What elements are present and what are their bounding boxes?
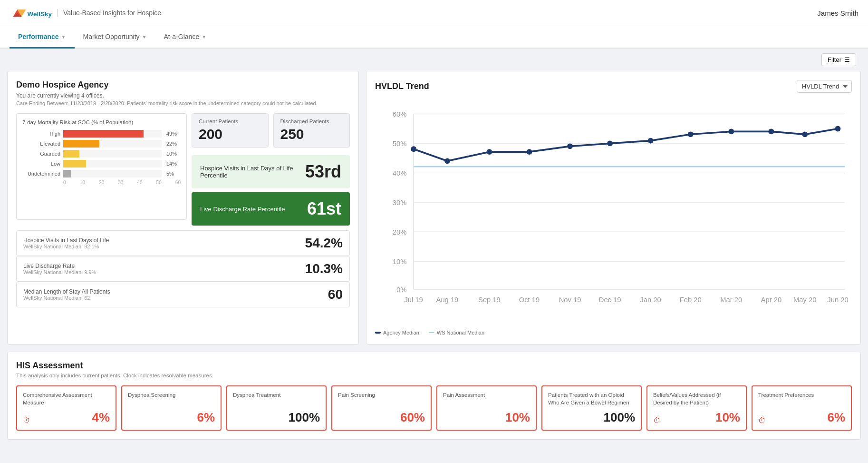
metric-rows-container: Hospice Visits in Last Days of Life Well… [16, 230, 350, 307]
bar-pct: 49% [166, 131, 181, 137]
mortality-chart-box: 7-day Mortality Risk at SOC (% of Popula… [16, 113, 187, 220]
svg-text:Apr 20: Apr 20 [761, 296, 781, 304]
svg-text:Mar 20: Mar 20 [720, 296, 742, 304]
metric-box: Hospice Visits in Last Days of Life Well… [16, 230, 350, 256]
nav-item-market-opportunity[interactable]: Market Opportunity ▼ [75, 26, 155, 49]
metric-box: Median Length of Stay All Patients WellS… [16, 282, 350, 307]
metric-label: Median Length of Stay All Patients [23, 288, 110, 295]
metric-label: Live Discharge Rate [23, 263, 96, 269]
his-card-value: 6% [827, 410, 845, 425]
chevron-down-icon: ▼ [202, 34, 206, 39]
his-card: Treatment Preferences ⏱ 6% [752, 385, 852, 431]
bar-fill [63, 140, 99, 148]
svg-point-42 [802, 131, 808, 137]
svg-text:Nov 19: Nov 19 [559, 296, 581, 304]
legend-agency-dot [375, 332, 381, 334]
chevron-down-icon: ▼ [142, 34, 147, 39]
svg-point-38 [648, 138, 654, 144]
legend-agency: Agency Median [375, 330, 419, 335]
bar-pct: 10% [166, 151, 181, 157]
his-card-bottom: 100% [233, 410, 320, 425]
ldr-percentile-value: 61st [307, 199, 341, 219]
svg-point-36 [567, 143, 573, 149]
his-card-bottom: 60% [338, 410, 425, 425]
bar-track [63, 170, 162, 177]
his-card: Beliefs/Values Addressed (if Desired by … [646, 385, 747, 431]
his-card-value: 4% [92, 410, 110, 425]
svg-text:40%: 40% [393, 169, 407, 177]
discharged-patients-value: 250 [280, 126, 343, 142]
his-card: Dyspnea Treatment 100% [226, 385, 327, 431]
his-card-bottom: 100% [548, 410, 635, 425]
svg-text:Sep 19: Sep 19 [478, 296, 501, 304]
svg-text:WellSky: WellSky [28, 10, 52, 17]
bar-label: Low [22, 161, 60, 167]
svg-point-32 [411, 146, 416, 152]
svg-text:Dec 19: Dec 19 [599, 296, 621, 304]
bar-pct: 14% [166, 161, 181, 167]
nav-item-performance[interactable]: Performance ▼ [10, 26, 75, 49]
mortality-bar-row: Low 14% [22, 160, 181, 167]
his-card: Comprehensive Assessment Measure ⏱ 4% [16, 385, 116, 431]
right-panel: HVLDL Trend HVLDL Trend 60% 50% 40% 30% … [366, 71, 861, 345]
svg-text:Feb 20: Feb 20 [680, 296, 702, 304]
current-patients-label: Current Patients [199, 118, 261, 124]
header: WellSky Value-Based Insights for Hospice… [0, 0, 868, 26]
bar-track [63, 130, 162, 138]
bar-pct: 22% [166, 141, 181, 147]
wellsky-logo: WellSky [10, 5, 52, 21]
bar-fill [63, 170, 71, 177]
right-metrics: Current Patients 200 Discharged Patients… [192, 113, 350, 226]
his-card-label: Pain Screening [338, 391, 425, 399]
metric-box: Live Discharge Rate WellSky National Med… [16, 256, 350, 282]
stat-boxes: Current Patients 200 Discharged Patients… [192, 113, 350, 148]
his-card-label: Dyspnea Treatment [233, 391, 320, 399]
hvldl-percentile-label: Hospice Visits in Last Days of Life Perc… [200, 165, 305, 179]
top-row: Demo Hospice Agency You are currently vi… [7, 71, 861, 345]
current-patients-box: Current Patients 200 [192, 113, 269, 148]
filter-bar: Filter ☰ [0, 49, 868, 71]
mortality-bars: High 49% Elevated 22% Guarded 10% Low 14… [22, 130, 181, 177]
his-card-label: Treatment Preferences [758, 391, 845, 399]
chart-legend: Agency Median WS National Median [375, 330, 852, 335]
his-card-label: Pain Assessment [443, 391, 530, 399]
his-card-label: Comprehensive Assessment Measure [23, 391, 110, 406]
ldr-percentile-label: Live Discharge Rate Percentile [200, 206, 285, 213]
metric-info: Median Length of Stay All Patients WellS… [23, 288, 110, 301]
his-card-value: 6% [197, 410, 215, 425]
svg-point-39 [688, 131, 694, 137]
svg-text:20%: 20% [393, 228, 407, 236]
svg-point-35 [527, 149, 532, 155]
svg-text:Aug 19: Aug 19 [436, 296, 459, 304]
office-subtitle: You are currently viewing 4 offices. [16, 92, 350, 99]
legend-national-label: WS National Median [437, 330, 484, 335]
metric-info: Hospice Visits in Last Days of Life Well… [23, 237, 109, 249]
his-title: HIS Assessment [16, 361, 852, 371]
svg-text:Jul 19: Jul 19 [404, 296, 423, 304]
bar-label: Guarded [22, 151, 60, 157]
left-panel: Demo Hospice Agency You are currently vi… [7, 71, 359, 345]
chart-dropdown[interactable]: HVLDL Trend [797, 80, 852, 93]
app-subtitle: Value-Based Insights for Hospice [57, 9, 161, 17]
bar-label: Undetermined [22, 171, 60, 177]
nav-item-at-a-glance[interactable]: At-a-Glance ▼ [155, 26, 215, 49]
hvldl-percentile-box: Hospice Visits in Last Days of Life Perc… [192, 155, 350, 188]
bar-track [63, 150, 162, 158]
metric-rows: Hospice Visits in Last Days of Life Well… [16, 230, 350, 307]
chevron-down-icon: ▼ [61, 34, 66, 39]
metric-value: 54.2% [305, 236, 343, 251]
svg-text:0%: 0% [396, 286, 406, 294]
clock-icon: ⏱ [758, 416, 766, 425]
current-patients-value: 200 [199, 126, 261, 142]
his-card-bottom: ⏱ 4% [23, 410, 110, 425]
filter-button[interactable]: Filter ☰ [821, 53, 856, 66]
svg-text:60%: 60% [393, 110, 407, 118]
his-section: HIS Assessment This analysis only includ… [7, 352, 861, 440]
discharged-patients-box: Discharged Patients 250 [273, 113, 350, 148]
ldr-percentile-box: Live Discharge Rate Percentile 61st [192, 192, 350, 226]
axis-labels: 0102030405060 [63, 180, 181, 185]
mortality-bar-row: Undetermined 5% [22, 170, 181, 177]
discharged-patients-label: Discharged Patients [280, 118, 343, 124]
metric-info: Live Discharge Rate WellSky National Med… [23, 263, 96, 275]
legend-national-dot [429, 332, 434, 333]
